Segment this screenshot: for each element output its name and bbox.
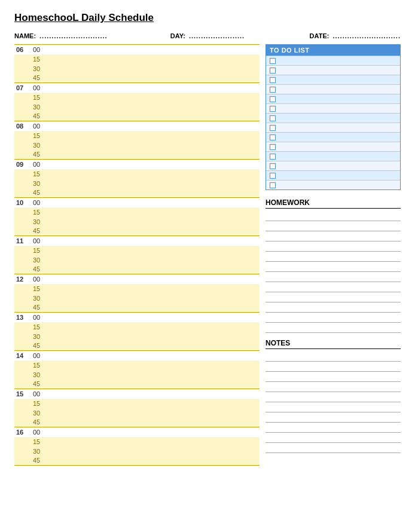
schedule-content[interactable] [44,341,260,351]
homework-line[interactable] [266,313,401,323]
todo-item[interactable] [266,75,400,84]
schedule-content[interactable] [44,169,260,179]
todo-checkbox[interactable] [270,68,276,74]
notes-line[interactable] [266,412,401,423]
todo-checkbox[interactable] [270,163,276,169]
homework-line[interactable] [266,292,401,302]
todo-item[interactable] [266,132,400,142]
notes-line[interactable] [266,362,401,372]
minute-label: 30 [31,102,44,112]
notes-line[interactable] [266,443,401,453]
schedule-content[interactable] [44,207,260,217]
notes-line[interactable] [266,402,401,412]
todo-checkbox[interactable] [270,134,276,140]
todo-checkbox[interactable] [270,144,276,150]
schedule-content[interactable] [44,93,260,102]
homework-line[interactable] [266,302,401,313]
schedule-content[interactable] [44,83,260,93]
todo-checkbox[interactable] [270,106,276,112]
schedule-content[interactable] [44,74,260,83]
schedule-content[interactable] [44,274,260,284]
schedule-quarter-row: 30 [14,64,260,74]
schedule-hour-row: 13 00 [14,313,260,322]
todo-item[interactable] [266,94,400,103]
schedule-content[interactable] [44,236,260,246]
schedule-content[interactable] [44,45,260,54]
schedule-content[interactable] [44,447,260,456]
schedule-content[interactable] [44,303,260,313]
todo-checkbox[interactable] [270,77,276,83]
todo-header: TO DO LIST [266,45,400,56]
schedule-content[interactable] [44,140,260,150]
homework-line[interactable] [266,323,401,333]
todo-item[interactable] [266,65,400,75]
todo-item[interactable] [266,161,400,170]
schedule-content[interactable] [44,322,260,332]
todo-item[interactable] [266,113,400,123]
schedule-content[interactable] [44,418,260,427]
todo-item[interactable] [266,170,400,180]
todo-item[interactable] [266,142,400,151]
homework-line[interactable] [266,282,401,292]
schedule-content[interactable] [44,54,260,64]
homework-line[interactable] [266,221,401,231]
todo-item[interactable] [266,103,400,113]
todo-item[interactable] [266,123,400,132]
schedule-content[interactable] [44,246,260,255]
notes-line[interactable] [266,372,401,382]
schedule-content[interactable] [44,198,260,207]
todo-item[interactable] [266,84,400,94]
notes-line[interactable] [266,351,401,362]
todo-item[interactable] [266,56,400,65]
schedule-content[interactable] [44,437,260,447]
notes-line[interactable] [266,433,401,443]
schedule-content[interactable] [44,217,260,227]
schedule-content[interactable] [44,121,260,131]
notes-line[interactable] [266,382,401,392]
schedule-content[interactable] [44,370,260,380]
schedule-content[interactable] [44,389,260,399]
homework-line[interactable] [266,272,401,282]
notes-line[interactable] [266,423,401,433]
schedule-content[interactable] [44,179,260,188]
todo-checkbox[interactable] [270,182,276,188]
todo-checkbox[interactable] [270,115,276,121]
todo-checkbox[interactable] [270,125,276,131]
homework-line[interactable] [266,211,401,221]
homework-line[interactable] [266,241,401,252]
schedule-content[interactable] [44,265,260,274]
schedule-content[interactable] [44,408,260,418]
schedule-content[interactable] [44,112,260,121]
schedule-content[interactable] [44,293,260,303]
schedule-content[interactable] [44,313,260,322]
homework-line[interactable] [266,262,401,272]
schedule-content[interactable] [44,188,260,198]
minute-label: 00 [31,389,44,399]
schedule-content[interactable] [44,456,260,466]
schedule-content[interactable] [44,380,260,389]
todo-checkbox[interactable] [270,87,276,93]
minute-label: 30 [31,447,44,456]
schedule-content[interactable] [44,351,260,360]
todo-checkbox[interactable] [270,96,276,102]
todo-checkbox[interactable] [270,58,276,64]
homework-line[interactable] [266,231,401,241]
notes-line[interactable] [266,392,401,402]
schedule-content[interactable] [44,427,260,437]
schedule-content[interactable] [44,255,260,265]
todo-item[interactable] [266,180,400,189]
todo-item[interactable] [266,151,400,161]
schedule-content[interactable] [44,332,260,341]
schedule-content[interactable] [44,102,260,112]
schedule-content[interactable] [44,284,260,293]
schedule-content[interactable] [44,360,260,370]
schedule-content[interactable] [44,150,260,160]
todo-checkbox[interactable] [270,154,276,160]
schedule-content[interactable] [44,131,260,140]
schedule-content[interactable] [44,399,260,408]
homework-line[interactable] [266,252,401,262]
schedule-content[interactable] [44,64,260,74]
schedule-content[interactable] [44,227,260,236]
schedule-content[interactable] [44,160,260,169]
todo-checkbox[interactable] [270,173,276,179]
